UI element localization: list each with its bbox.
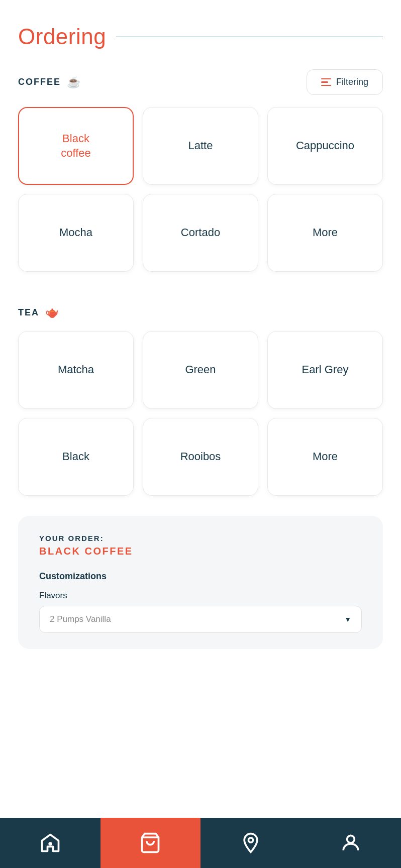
tea-item-matcha[interactable]: Matcha bbox=[18, 331, 134, 409]
filter-label: Filtering bbox=[336, 77, 368, 87]
svg-point-3 bbox=[347, 835, 355, 843]
coffee-label: COFFEE bbox=[18, 77, 61, 87]
coffee-item-label-more: More bbox=[313, 226, 338, 240]
svg-point-2 bbox=[248, 838, 253, 842]
coffee-item-cortado[interactable]: Cortado bbox=[143, 194, 258, 272]
coffee-item-more[interactable]: More bbox=[267, 194, 383, 272]
coffee-icon: ☕ bbox=[67, 76, 80, 89]
tea-grid: Matcha Green Earl Grey Black Rooibos Mor… bbox=[18, 331, 383, 496]
tea-label: TEA bbox=[18, 307, 39, 318]
profile-icon bbox=[340, 832, 362, 854]
tea-item-label-rooibos: Rooibos bbox=[180, 450, 221, 464]
cart-icon bbox=[139, 832, 161, 854]
coffee-item-cappuccino[interactable]: Cappuccino bbox=[267, 107, 383, 185]
nav-item-location[interactable] bbox=[201, 818, 301, 868]
order-panel: YOUR ORDER: BLACK COFFEE Customizations … bbox=[18, 516, 383, 649]
coffee-item-label-mocha: Mocha bbox=[59, 226, 92, 240]
customizations-label: Customizations bbox=[39, 571, 362, 582]
section-gap-1 bbox=[0, 276, 401, 294]
coffee-section-header: COFFEE ☕ Filtering bbox=[18, 69, 383, 95]
tea-item-more[interactable]: More bbox=[267, 418, 383, 496]
header-divider bbox=[116, 37, 383, 37]
tea-item-label-more: More bbox=[313, 450, 338, 464]
filter-icon bbox=[321, 78, 331, 86]
tea-item-label-black: Black bbox=[62, 450, 89, 464]
coffee-item-label-black-coffee: Blackcoffee bbox=[61, 132, 91, 160]
coffee-item-black-coffee[interactable]: Blackcoffee bbox=[18, 107, 134, 185]
your-order-label: YOUR ORDER: bbox=[39, 534, 362, 542]
tea-item-rooibos[interactable]: Rooibos bbox=[143, 418, 258, 496]
tea-item-black[interactable]: Black bbox=[18, 418, 134, 496]
tea-section: TEA 🫖 Matcha Green Earl Grey Black Rooib… bbox=[0, 294, 401, 500]
order-name: BLACK COFFEE bbox=[39, 546, 362, 557]
flavors-dropdown[interactable]: 2 Pumps Vanilla ▼ bbox=[39, 606, 362, 633]
tea-item-label-earl-grey: Earl Grey bbox=[302, 363, 349, 377]
coffee-item-label-cappuccino: Cappuccino bbox=[296, 139, 354, 153]
bottom-nav bbox=[0, 818, 401, 868]
page-container: Ordering COFFEE ☕ Filtering Blackcoffee … bbox=[0, 0, 401, 868]
tea-item-label-matcha: Matcha bbox=[58, 363, 94, 377]
filter-button[interactable]: Filtering bbox=[307, 69, 383, 95]
tea-item-green[interactable]: Green bbox=[143, 331, 258, 409]
nav-item-cart[interactable] bbox=[101, 818, 201, 868]
nav-item-home[interactable] bbox=[0, 818, 101, 868]
coffee-grid: Blackcoffee Latte Cappuccino Mocha Corta… bbox=[18, 107, 383, 272]
page-title: Ordering bbox=[18, 24, 106, 49]
coffee-section: COFFEE ☕ Filtering Blackcoffee Latte Cap… bbox=[0, 57, 401, 276]
home-icon bbox=[39, 832, 61, 854]
tea-item-label-green: Green bbox=[185, 363, 216, 377]
header: Ordering bbox=[0, 0, 401, 57]
svg-point-0 bbox=[48, 842, 52, 845]
nav-item-profile[interactable] bbox=[301, 818, 402, 868]
coffee-item-latte[interactable]: Latte bbox=[143, 107, 258, 185]
flavors-value: 2 Pumps Vanilla bbox=[50, 614, 111, 624]
tea-item-earl-grey[interactable]: Earl Grey bbox=[267, 331, 383, 409]
coffee-label-group: COFFEE ☕ bbox=[18, 76, 80, 89]
tea-label-group: TEA 🫖 bbox=[18, 306, 59, 319]
flavors-label: Flavors bbox=[39, 591, 362, 601]
coffee-item-mocha[interactable]: Mocha bbox=[18, 194, 134, 272]
location-icon bbox=[240, 832, 262, 854]
tea-section-header: TEA 🫖 bbox=[18, 306, 383, 319]
coffee-item-label-latte: Latte bbox=[188, 139, 213, 153]
coffee-item-label-cortado: Cortado bbox=[181, 226, 220, 240]
tea-icon: 🫖 bbox=[45, 306, 59, 319]
dropdown-arrow-icon: ▼ bbox=[344, 615, 351, 623]
